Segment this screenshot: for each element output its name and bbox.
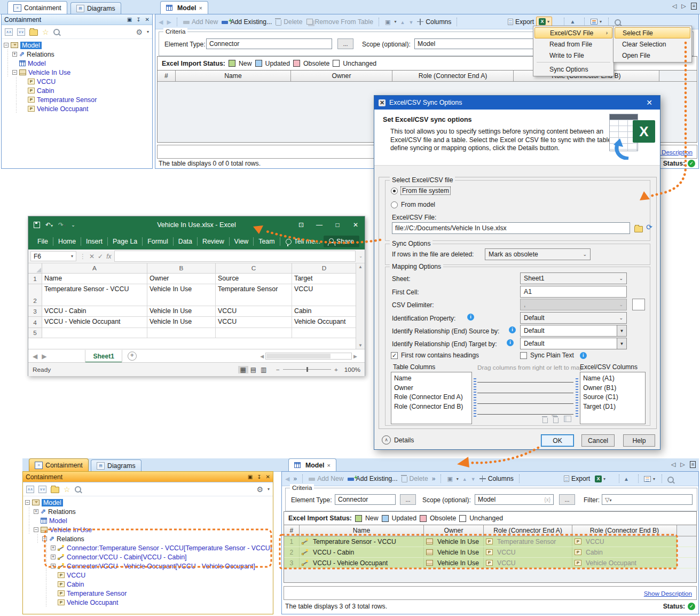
collapse-selected-icon[interactable]: ∨∨ — [17, 28, 25, 36]
undo-icon[interactable]: ↶▾ — [45, 221, 53, 229]
formula-input[interactable] — [114, 251, 356, 262]
collapse-selected-icon[interactable]: ∨∨ — [38, 486, 46, 493]
sheet-combo[interactable]: Sheet1⌄ — [520, 272, 627, 284]
tree-item-connector-1[interactable]: Connector:Temperature Sensor - VCCU[Temp… — [23, 543, 273, 552]
submenu-item-open-file[interactable]: Open File — [615, 50, 690, 61]
add-existing-button[interactable]: Add Existing... — [348, 475, 398, 482]
menu-item-read-from-file[interactable]: Read from File — [534, 38, 612, 50]
add-existing-button[interactable]: Add Existing... — [222, 18, 272, 26]
tree-item-vehicle-in-use[interactable]: Vehicle In Use — [2, 68, 152, 77]
ribbon-tab-page-layout[interactable]: Page La — [108, 237, 143, 246]
gear-dropdown-icon[interactable]: ▾ — [268, 487, 270, 492]
add-new-button[interactable]: Add New — [309, 475, 343, 482]
expander-icon[interactable] — [25, 500, 30, 505]
auto-map-icon[interactable] — [564, 416, 571, 422]
normal-view-icon[interactable]: ▦ — [238, 366, 248, 373]
view-options-icon[interactable] — [591, 19, 597, 25]
scope-browse-button[interactable]: ... — [559, 494, 575, 505]
gear-icon[interactable]: ⚙ — [256, 486, 263, 493]
collapse-all-icon[interactable]: ∧∧ — [5, 28, 13, 36]
next-tab-icon[interactable]: ▷ — [681, 3, 686, 10]
remove-from-table-button[interactable]: Remove From Table — [306, 18, 374, 26]
excel-row[interactable]: 3VCCU - Cabin Vehicle In UseVCCUCabin — [28, 306, 357, 317]
zoom-level[interactable]: 100% — [344, 366, 360, 373]
search-icon[interactable] — [75, 486, 81, 493]
excel-columns-list[interactable]: Name (A1) Owner (B1) Source (C1) Target … — [580, 372, 646, 424]
pin-icon[interactable]: ↧ — [257, 474, 261, 480]
tree-item-model-table[interactable]: Model — [23, 516, 273, 525]
col-num[interactable]: # — [284, 525, 300, 536]
tree-item-relations[interactable]: Relations — [2, 50, 152, 59]
expander-icon[interactable] — [42, 536, 47, 541]
gear-dropdown-icon[interactable]: ▾ — [147, 29, 149, 34]
float-icon[interactable]: ▣ — [127, 17, 132, 22]
menu-item-sync-options[interactable]: Sync Options — [534, 64, 612, 75]
list-item[interactable]: Role (Connector End A) — [394, 393, 469, 402]
ribbon-tab-team[interactable]: Team — [254, 237, 280, 246]
containment-panel-titlebar[interactable]: Containment ▣ ↧ ✕ — [23, 472, 273, 482]
menu-item-write-to-file[interactable]: Write to File — [534, 50, 612, 61]
element-type-field[interactable]: Connector — [206, 38, 332, 49]
close-tab-icon[interactable]: × — [199, 5, 202, 11]
tab-diagrams[interactable]: ▤ Diagrams — [70, 2, 121, 14]
scope-field[interactable]: Model {x} — [475, 494, 554, 505]
expander-icon[interactable] — [34, 527, 38, 532]
list-item[interactable]: Source (C1) — [583, 393, 642, 402]
column-header-d[interactable]: D — [292, 263, 357, 274]
cancel-button[interactable]: Cancel — [581, 434, 615, 447]
pin-icon[interactable]: ↧ — [136, 17, 140, 22]
expander-icon[interactable] — [51, 545, 56, 550]
columns-button[interactable]: Columns — [479, 475, 514, 482]
column-header-c[interactable]: C — [216, 263, 292, 274]
move-up-icon[interactable] — [400, 18, 405, 26]
name-box[interactable]: F6▾ — [30, 251, 76, 261]
structure-icon[interactable] — [385, 18, 390, 26]
redo-icon[interactable]: ↷▾ — [58, 221, 66, 229]
next-tab-icon[interactable]: ▷ — [680, 461, 685, 468]
list-item[interactable]: Owner (B1) — [583, 384, 642, 393]
info-icon[interactable] — [580, 352, 587, 359]
tree-item-relations-nested[interactable]: Relations — [23, 534, 273, 543]
refresh-icon[interactable]: ⟳ — [646, 223, 652, 231]
enter-entry-icon[interactable]: ✓ — [98, 253, 103, 260]
tab-containment-bottom[interactable]: ≡ Containment — [29, 458, 89, 471]
view-options-dropdown-icon[interactable]: ▾ — [653, 477, 655, 481]
collapse-criteria-icon[interactable]: ▲ — [569, 19, 576, 25]
tree-item-model-table[interactable]: Model — [2, 59, 152, 68]
table-columns-list[interactable]: Name Owner Role (Connector End A) Role (… — [391, 372, 472, 424]
page-layout-view-icon[interactable]: ▤ — [248, 366, 258, 373]
structure-icon[interactable] — [447, 475, 452, 482]
tree-item-model-root[interactable]: Model — [23, 498, 273, 507]
cancel-entry-icon[interactable]: ✕ — [89, 253, 95, 260]
deleted-rows-combo[interactable]: Mark as obsolete⌄ — [485, 248, 591, 260]
tree-item-cabin[interactable]: Cabin — [2, 86, 152, 95]
close-icon[interactable]: ✕ — [145, 17, 150, 22]
forward-icon[interactable] — [167, 18, 171, 26]
search-icon[interactable] — [53, 29, 60, 35]
tree-item-vccu[interactable]: VCCU — [23, 571, 273, 580]
tab-list-icon[interactable]: ≡ — [690, 461, 696, 468]
sheet-tab-sheet1[interactable]: Sheet1 — [85, 350, 122, 363]
menu-item-excel-csv-file[interactable]: Excel/CSV File› — [534, 27, 612, 38]
containment-panel-titlebar[interactable]: Containment ▣ ↧ ✕ — [2, 14, 152, 25]
ok-button[interactable]: OK — [541, 434, 574, 447]
table-row-2[interactable]: 2 VCCU - Cabin Vehicle In Use VCCU Cabin — [284, 547, 696, 558]
remove-all-mappings-icon[interactable]: ALL — [553, 418, 559, 423]
search-table-icon[interactable] — [667, 477, 674, 483]
add-new-button[interactable]: Add New — [183, 18, 218, 26]
tree-item-relations[interactable]: Relations — [23, 507, 273, 516]
tree-item-connector-2[interactable]: Connector:VCCU - Cabin[VCCU - Cabin] — [23, 552, 273, 562]
info-icon[interactable] — [509, 326, 516, 333]
collapse-criteria-icon[interactable]: ▲ — [624, 476, 629, 482]
add-sheet-icon[interactable]: + — [128, 352, 137, 361]
ribbon-tab-insert[interactable]: Insert — [81, 237, 108, 246]
overflow-chevron-icon[interactable]: » — [432, 475, 436, 482]
next-sheet-icon[interactable]: ▶ — [42, 353, 46, 360]
expand-formula-bar-icon[interactable]: ⌄ — [359, 254, 363, 259]
move-down-icon[interactable] — [471, 475, 476, 482]
open-in-containment-icon[interactable] — [51, 487, 59, 493]
dialog-titlebar[interactable]: ✕ Excel/CSV Sync Options ✕ — [374, 96, 660, 110]
tree-item-connector-3[interactable]: Connector:VCCU - Vehicle Occupant[VCCU -… — [23, 562, 273, 571]
vertical-scrollbar[interactable]: ▲▼ — [356, 263, 365, 349]
save-icon[interactable] — [34, 222, 40, 228]
